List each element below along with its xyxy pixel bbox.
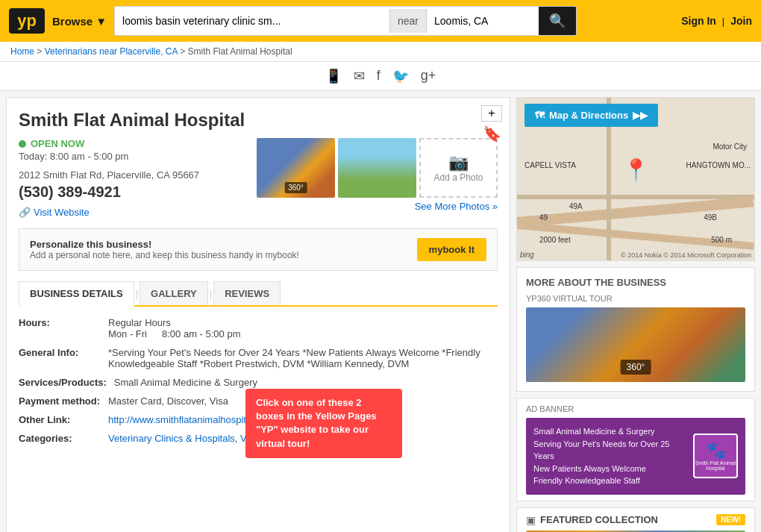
services-label: Services/Products:: [19, 377, 107, 388]
ad-line3: New Patients Always Welcome: [533, 463, 687, 475]
map-label-capell: CAPELL VISTA: [524, 161, 576, 169]
personalize-text: Personalize this business! Add a persona…: [30, 239, 299, 260]
status-row: OPEN NOW: [19, 138, 245, 149]
status-dot: [19, 140, 26, 148]
map-label-49a: 49A: [569, 202, 583, 210]
general-info-label: General Info:: [19, 347, 101, 369]
mobile-icon[interactable]: 📱: [325, 68, 342, 84]
map-label-49: 49: [539, 213, 548, 222]
twitter-icon[interactable]: 🐦: [392, 68, 409, 84]
breadcrumb-step1[interactable]: Veterinarians near Placerville, CA: [45, 46, 178, 57]
join-button[interactable]: Join: [730, 15, 752, 27]
photo-grid: 360° 📷 Add a Photo: [257, 138, 498, 198]
collection-icon: ▣: [526, 514, 536, 526]
tab-reviews[interactable]: REVIEWS: [213, 281, 281, 305]
photo-building-thumb[interactable]: [338, 138, 416, 198]
category1-link[interactable]: Veterinary Clinics & Hospitals: [108, 433, 235, 444]
ad-logo: 🐾 Smith Flat Animal Hospital: [693, 434, 738, 478]
ad-line4: Friendly Knowledgeable Staff: [533, 475, 687, 487]
location-input[interactable]: [427, 9, 539, 33]
virtual-tour-image[interactable]: 360°: [526, 307, 745, 382]
featured-title: FEATURED COLLECTION: [540, 514, 712, 525]
personalize-section: Personalize this business! Add a persona…: [19, 228, 498, 271]
photo-360-thumb[interactable]: 360°: [257, 138, 335, 198]
map-scale-m: 500 m: [711, 236, 732, 244]
browse-label: Browse: [52, 15, 93, 28]
featured-section: ▣ FEATURED COLLECTION NEW!: [516, 507, 755, 533]
tabs-bar: BUSINESS DETAILS | GALLERY | REVIEWS: [19, 281, 498, 307]
more-about-title: MORE ABOUT THE BUSINESS: [526, 277, 745, 288]
services-value: Small Animal Medicine & Surgery: [114, 377, 257, 388]
mybook-button[interactable]: mybook It: [417, 238, 486, 261]
add-photo-button[interactable]: 📷 Add a Photo: [419, 138, 498, 198]
map-copyright: © 2014 Nokia © 2014 Microsoft Corporatio…: [621, 251, 751, 259]
virtual-tour-label: YP360 VIRTUAL TOUR: [526, 294, 745, 303]
left-panel: + 🔖 Smith Flat Animal Hospital 360° 📷 Ad…: [6, 97, 510, 532]
external-link-icon: 🔗: [19, 207, 31, 218]
personalize-sub: Add a personal note here, and keep this …: [30, 250, 299, 260]
other-link-label: Other Link:: [19, 414, 101, 425]
payment-label: Payment method:: [19, 395, 101, 407]
tour-360-badge: 360°: [621, 360, 651, 375]
tab-gallery[interactable]: GALLERY: [140, 281, 208, 305]
bookmark-icon: 🔖: [483, 125, 501, 143]
map-label-motor-city: Motor City: [713, 143, 747, 151]
map-directions-label: Map & Directions: [549, 110, 628, 121]
callout-box: Click on one of these 2 boxes in the Yel…: [245, 389, 402, 458]
breadcrumb-current: Smith Flat Animal Hospital: [188, 46, 292, 57]
add-photo-label: Add a Photo: [433, 172, 483, 183]
auth-divider: |: [722, 16, 724, 27]
auth-section: Sign In | Join: [681, 15, 752, 27]
search-button[interactable]: 🔍: [539, 7, 576, 35]
map-section: 🗺 Map & Directions ▶▶ 📍 Motor City CAPEL…: [516, 97, 755, 261]
see-more-photos-link[interactable]: See More Photos »: [257, 201, 498, 212]
ad-line1: Small Animal Medicine & Surgery: [533, 425, 687, 438]
right-panel: 🗺 Map & Directions ▶▶ 📍 Motor City CAPEL…: [516, 97, 755, 532]
featured-header: ▣ FEATURED COLLECTION NEW!: [526, 514, 745, 526]
hours-grid: Mon - Fri 8:00 am - 5:00 pm: [108, 328, 241, 339]
open-now-text: OPEN NOW: [31, 138, 84, 149]
googleplus-icon[interactable]: g+: [421, 68, 436, 84]
facebook-icon[interactable]: f: [377, 68, 380, 84]
breadcrumb: Home > Veterinarians near Placerville, C…: [0, 42, 761, 62]
visit-website-link[interactable]: 🔗 Visit Website: [19, 207, 245, 218]
hours-row: Hours: Regular Hours Mon - Fri 8:00 am -…: [19, 317, 498, 339]
map-pin: 📍: [623, 157, 649, 182]
sign-in-button[interactable]: Sign In: [681, 15, 716, 27]
services-row: Services/Products: Small Animal Medicine…: [19, 377, 498, 388]
near-label: near: [389, 9, 427, 33]
main-container: + 🔖 Smith Flat Animal Hospital 360° 📷 Ad…: [0, 91, 761, 532]
ad-text: Small Animal Medicine & Surgery Serving …: [533, 425, 687, 487]
tab-business-details[interactable]: BUSINESS DETAILS: [19, 281, 134, 307]
map-icon: 🗺: [535, 110, 545, 121]
business-title: Smith Flat Animal Hospital: [19, 110, 498, 131]
map-scale: 2000 feet: [539, 236, 571, 244]
breadcrumb-home[interactable]: Home: [10, 46, 34, 57]
hours-label: Hours:: [19, 317, 101, 339]
visit-website-label: Visit Website: [34, 207, 90, 218]
map-label-49b: 49B: [704, 213, 717, 222]
personalize-title: Personalize this business!: [30, 239, 299, 250]
map-road: [517, 196, 754, 228]
categories-label: Categories:: [19, 433, 101, 444]
ad-logo-text: Smith Flat Animal Hospital: [695, 460, 736, 471]
map-road: [517, 195, 754, 199]
photos-section: 360° 📷 Add a Photo See More Photos »: [257, 138, 498, 212]
bookmark-area: + 🔖: [481, 105, 502, 143]
chevron-down-icon: ▼: [95, 15, 107, 28]
expand-icon: ▶▶: [633, 110, 648, 121]
map-directions-button[interactable]: 🗺 Map & Directions ▶▶: [524, 104, 658, 127]
add-button[interactable]: +: [481, 105, 502, 122]
ad-line2: Serving Your Pet's Needs for Over 25 Yea…: [533, 438, 687, 463]
general-info-row: General Info: *Serving Your Pet's Needs …: [19, 347, 498, 369]
ad-banner-label: AD BANNER: [526, 404, 745, 413]
browse-button[interactable]: Browse ▼: [52, 15, 107, 28]
search-input[interactable]: [115, 9, 389, 33]
hours-value: Regular Hours Mon - Fri 8:00 am - 5:00 p…: [108, 317, 241, 339]
email-icon[interactable]: ✉: [354, 68, 365, 84]
payment-value: Master Card, Discover, Visa: [108, 395, 228, 407]
bing-logo: bing: [520, 251, 534, 259]
camera-icon: 📷: [448, 153, 469, 172]
yp-logo[interactable]: yp: [9, 8, 45, 34]
map-label-hangtown: HANGTOWN MO...: [686, 161, 751, 169]
